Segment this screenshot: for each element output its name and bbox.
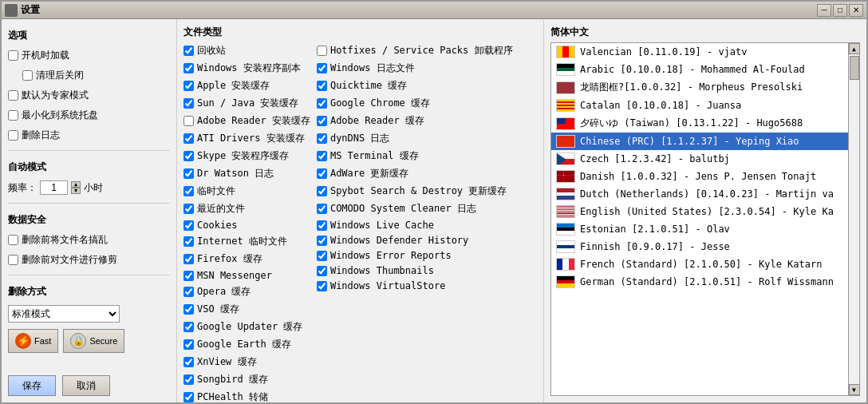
scroll-thumb[interactable] (850, 56, 859, 80)
file-type-checkbox[interactable] (317, 98, 327, 109)
file-type-checkbox[interactable] (317, 251, 327, 261)
file-type-row: 最近的文件 (183, 202, 310, 216)
scroll-up-button[interactable]: ▲ (849, 43, 860, 54)
file-type-row: Windows Error Reports (317, 250, 513, 261)
file-type-checkbox[interactable] (183, 271, 194, 281)
language-list[interactable]: Valencian [0.11.0.19] - vjatvArabic [0.1… (551, 43, 848, 395)
expert-mode-checkbox[interactable] (8, 90, 18, 101)
delete-mode-select[interactable]: 标准模式 (8, 305, 120, 323)
lang-label: German (Standard) [2.1.0.51] - Rolf Wiss… (580, 276, 834, 287)
file-type-row: dynDNS 日志 (317, 132, 513, 145)
file-type-checkbox[interactable] (317, 46, 327, 56)
lang-item[interactable]: Catalan [0.10.0.18] - Juansa (551, 97, 848, 114)
file-type-checkbox[interactable] (183, 287, 194, 297)
delete-log-checkbox[interactable] (8, 130, 18, 141)
file-type-checkbox[interactable] (317, 151, 327, 161)
file-type-row: Windows Thumbnails (317, 265, 513, 276)
file-type-checkbox[interactable] (317, 81, 327, 91)
file-type-checkbox[interactable] (317, 236, 327, 246)
lang-item[interactable]: Valencian [0.11.0.19] - vjatv (551, 43, 848, 61)
file-type-checkbox[interactable] (183, 168, 194, 179)
file-type-checkbox[interactable] (183, 254, 194, 264)
lang-item[interactable]: Chinese (PRC) [1.1.2.37] - Yeping Xiao (551, 133, 848, 150)
file-type-checkbox[interactable] (183, 304, 194, 315)
lang-item[interactable]: German (Standard) [2.1.0.51] - Rolf Wiss… (551, 273, 848, 291)
file-type-label: Cookies (197, 220, 238, 231)
app-icon (5, 4, 18, 17)
lang-item[interactable]: Estonian [2.1.0.51] - Olav (551, 220, 848, 238)
lang-item[interactable]: Dutch (Netherlands) [0.14.0.23] - Martij… (551, 185, 848, 203)
fast-button[interactable]: ⚡ Fast (8, 329, 58, 353)
file-type-checkbox[interactable] (183, 186, 194, 196)
title-bar: 设置 ─ □ ✕ (2, 2, 866, 19)
file-type-checkbox[interactable] (183, 322, 194, 332)
file-type-checkbox[interactable] (317, 133, 327, 144)
freq-input[interactable] (40, 180, 68, 195)
freq-down-button[interactable]: ▼ (71, 188, 81, 194)
file-type-row: Google Updater 缓存 (183, 320, 310, 334)
file-type-row: COMODO System Cleaner 日志 (317, 202, 513, 216)
save-button[interactable]: 保存 (8, 375, 56, 396)
cleanup-checkbox[interactable] (22, 70, 33, 81)
flag-icon (556, 188, 575, 200)
file-type-checkbox[interactable] (183, 357, 194, 367)
file-type-checkbox[interactable] (317, 266, 327, 276)
file-type-label: MSN Messenger (197, 270, 272, 281)
flag-icon (556, 170, 575, 183)
file-type-checkbox[interactable] (183, 98, 194, 109)
file-type-checkbox[interactable] (183, 46, 194, 56)
file-type-row: Adobe Reader 安装缓存 (183, 114, 310, 128)
file-type-label: Internet 临时文件 (197, 235, 287, 248)
file-type-checkbox[interactable] (317, 281, 327, 291)
expert-mode-label: 默认为专家模式 (22, 89, 89, 102)
file-type-checkbox[interactable] (317, 204, 327, 214)
file-type-label: Dr Watson 日志 (197, 167, 274, 180)
lang-item[interactable]: Danish [1.0.0.32] - Jens P. Jensen Tonaj… (551, 168, 848, 185)
minimize-button[interactable]: ─ (817, 4, 831, 17)
file-type-checkbox[interactable] (183, 392, 194, 402)
lang-item[interactable]: 龙睛图框?[1.0.0.32] - Morpheus Presolski (551, 78, 848, 97)
secure-button[interactable]: 🔒 Secure (63, 329, 124, 353)
file-type-checkbox[interactable] (317, 186, 327, 196)
scramble-checkbox[interactable] (8, 235, 18, 245)
scroll-down-button[interactable]: ▼ (849, 384, 860, 395)
file-type-checkbox[interactable] (183, 133, 194, 144)
close-button[interactable]: ✕ (849, 4, 863, 17)
file-type-checkbox[interactable] (183, 151, 194, 161)
scrollbar[interactable]: ▲ ▼ (848, 43, 859, 395)
file-type-checkbox[interactable] (183, 204, 194, 214)
lang-item[interactable]: French (Standard) [2.1.0.50] - Kyle Kata… (551, 255, 848, 273)
file-type-label: Sun / Java 安装缓存 (197, 97, 298, 110)
minimize-checkbox[interactable] (8, 110, 18, 121)
file-type-checkbox[interactable] (183, 81, 194, 91)
file-type-row: Windows Defender History (317, 235, 513, 246)
lang-item[interactable]: Czech [1.2.3.42] - balutbj (551, 150, 848, 168)
file-type-checkbox[interactable] (317, 63, 327, 73)
file-type-checkbox[interactable] (317, 168, 327, 179)
bottom-buttons: 保存 取消 (8, 375, 170, 396)
file-type-checkbox[interactable] (183, 374, 194, 385)
lang-item[interactable]: English (United States) [2.3.0.54] - Kyl… (551, 203, 848, 220)
startup-checkbox[interactable] (8, 50, 18, 61)
freq-up-button[interactable]: ▲ (71, 181, 81, 188)
shred-checkbox[interactable] (8, 255, 18, 265)
left-panel: 选项 开机时加载 清理后关闭 默认为专家模式 最小化到系统托盘 删除日志 (2, 19, 177, 402)
file-type-checkbox[interactable] (317, 220, 327, 231)
divider2 (8, 203, 170, 204)
lang-label: Estonian [2.1.0.51] - Olav (580, 224, 730, 235)
file-type-label: Adobe Reader 安装缓存 (197, 114, 310, 128)
lang-item[interactable]: Arabic [0.10.0.18] - Mohammed Al-Foulad (551, 61, 848, 78)
lang-item[interactable]: 夕碎いゆ (Taiwan) [0.13.1.22] - Hugo5688 (551, 114, 848, 133)
freq-spinner: ▲ ▼ (71, 181, 81, 194)
file-type-checkbox[interactable] (183, 339, 194, 350)
maximize-button[interactable]: □ (833, 4, 847, 17)
lang-label: 夕碎いゆ (Taiwan) [0.13.1.22] - Hugo5688 (580, 117, 803, 130)
file-type-checkbox[interactable] (317, 116, 327, 126)
file-type-checkbox[interactable] (183, 220, 194, 231)
file-type-checkbox[interactable] (183, 63, 194, 73)
cancel-button[interactable]: 取消 (62, 375, 110, 396)
file-type-checkbox[interactable] (183, 236, 194, 247)
lang-label: Arabic [0.10.0.18] - Mohammed Al-Foulad (580, 64, 805, 75)
lang-item[interactable]: Finnish [0.9.0.17] - Jesse (551, 238, 848, 255)
file-type-checkbox[interactable] (183, 116, 194, 126)
